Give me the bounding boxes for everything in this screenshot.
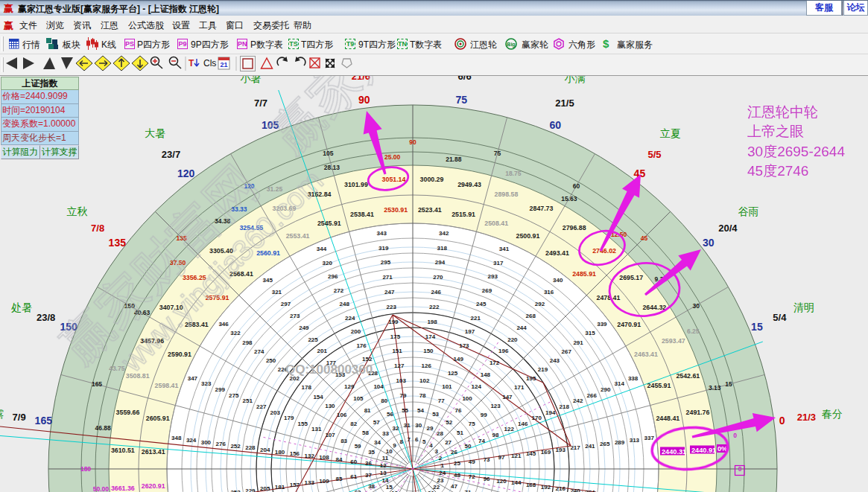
- svg-text:103: 103: [396, 377, 407, 384]
- svg-text:2590.91: 2590.91: [168, 351, 191, 358]
- svg-text:170: 170: [532, 415, 542, 421]
- svg-text:21/5: 21/5: [555, 98, 574, 109]
- svg-text:白露: 白露: [0, 408, 4, 420]
- svg-text:6.25: 6.25: [687, 328, 700, 335]
- svg-text:248: 248: [340, 301, 350, 307]
- svg-text:106: 106: [337, 412, 347, 418]
- svg-text:10: 10: [386, 448, 393, 455]
- svg-text:250: 250: [266, 357, 276, 364]
- svg-text:3051.14: 3051.14: [382, 176, 406, 183]
- svg-text:126: 126: [422, 362, 432, 369]
- svg-text:23/8: 23/8: [37, 312, 55, 323]
- svg-text:204: 204: [260, 447, 270, 453]
- svg-text:219: 219: [538, 366, 548, 373]
- svg-text:246: 246: [431, 289, 442, 295]
- svg-text:0: 0: [779, 415, 785, 426]
- svg-text:289: 289: [615, 439, 625, 446]
- svg-text:8: 8: [399, 438, 403, 445]
- svg-text:60: 60: [350, 459, 357, 465]
- svg-text:127: 127: [394, 362, 405, 369]
- svg-text:120: 120: [496, 478, 507, 485]
- svg-text:155: 155: [298, 421, 308, 427]
- svg-text:290: 290: [601, 386, 611, 393]
- svg-text:198: 198: [427, 319, 437, 325]
- svg-text:175: 175: [390, 333, 401, 340]
- svg-text:146: 146: [518, 421, 528, 427]
- svg-text:2553.41: 2553.41: [286, 232, 310, 240]
- svg-text:244: 244: [516, 325, 527, 331]
- svg-text:15.63: 15.63: [561, 195, 577, 202]
- svg-text:147: 147: [502, 394, 513, 400]
- svg-text:30: 30: [692, 302, 700, 310]
- svg-text:处暑: 处暑: [10, 301, 32, 313]
- svg-text:2898.58: 2898.58: [494, 191, 518, 198]
- svg-text:59: 59: [355, 443, 361, 450]
- svg-text:3661.36: 3661.36: [111, 485, 135, 492]
- svg-text:217: 217: [570, 444, 580, 451]
- svg-text:Big: Big: [507, 42, 515, 48]
- svg-text:179: 179: [284, 415, 294, 421]
- svg-text:123: 123: [490, 403, 501, 409]
- svg-text:104: 104: [373, 383, 384, 390]
- svg-text:14: 14: [382, 477, 389, 484]
- svg-text:56: 56: [387, 411, 393, 418]
- svg-text:124: 124: [472, 383, 482, 390]
- svg-text:12: 12: [380, 462, 387, 469]
- svg-text:273: 273: [290, 313, 300, 319]
- svg-text:90: 90: [409, 138, 416, 146]
- svg-text:293: 293: [488, 273, 498, 280]
- svg-text:58: 58: [362, 429, 369, 436]
- svg-text:272: 272: [334, 287, 344, 294]
- svg-text:2613.41: 2613.41: [142, 448, 165, 456]
- svg-text:97: 97: [498, 454, 505, 461]
- svg-text:276: 276: [216, 441, 226, 447]
- svg-text:270: 270: [433, 274, 443, 281]
- svg-text:5: 5: [422, 438, 426, 445]
- svg-text:54: 54: [417, 407, 424, 414]
- svg-text:2440.31: 2440.31: [662, 448, 686, 456]
- svg-text:340: 340: [553, 277, 563, 284]
- svg-text:121: 121: [511, 453, 522, 459]
- svg-text:181: 181: [275, 484, 285, 491]
- svg-text:274: 274: [254, 348, 264, 355]
- svg-text:45度2746: 45度2746: [747, 163, 808, 179]
- svg-text:4: 4: [429, 442, 433, 449]
- svg-text:345: 345: [263, 277, 273, 284]
- svg-text:132: 132: [305, 453, 315, 459]
- svg-text:30度2695-2644: 30度2695-2644: [747, 144, 845, 159]
- svg-text:34: 34: [374, 439, 381, 446]
- svg-text:152: 152: [362, 356, 373, 362]
- svg-text:2542.61: 2542.61: [676, 372, 700, 380]
- svg-text:7/8: 7/8: [91, 223, 104, 234]
- svg-text:299: 299: [215, 386, 226, 393]
- svg-text:180: 180: [275, 449, 285, 456]
- svg-text:3101.99: 3101.99: [344, 181, 368, 188]
- svg-text:25: 25: [454, 460, 460, 467]
- svg-text:318: 318: [437, 245, 448, 252]
- svg-text:上帝之眼: 上帝之眼: [747, 124, 804, 139]
- svg-text:342: 342: [439, 230, 449, 237]
- svg-text:172: 172: [490, 360, 500, 366]
- svg-text:2491.76: 2491.76: [686, 409, 710, 416]
- svg-text:61: 61: [350, 473, 357, 480]
- svg-text:2796.88: 2796.88: [563, 224, 586, 231]
- svg-text:319: 319: [378, 245, 389, 252]
- svg-text:5/5: 5/5: [647, 149, 661, 160]
- svg-text:144: 144: [511, 479, 522, 486]
- svg-text:224: 224: [345, 315, 355, 322]
- svg-text:109: 109: [319, 478, 329, 485]
- svg-text:7: 7: [408, 436, 411, 443]
- svg-text:149: 149: [454, 356, 464, 362]
- svg-text:220: 220: [507, 336, 518, 343]
- svg-text:107: 107: [325, 432, 335, 438]
- svg-text:173: 173: [459, 342, 469, 349]
- svg-text:50.00: 50.00: [93, 485, 110, 492]
- svg-text:83: 83: [340, 438, 347, 444]
- svg-text:49: 49: [469, 459, 475, 465]
- svg-text:81: 81: [364, 407, 371, 414]
- svg-text:73: 73: [484, 456, 490, 463]
- svg-text:314: 314: [615, 380, 625, 387]
- svg-text:271: 271: [382, 274, 393, 281]
- svg-text:205: 205: [260, 485, 270, 492]
- svg-text:46.88: 46.88: [95, 424, 111, 432]
